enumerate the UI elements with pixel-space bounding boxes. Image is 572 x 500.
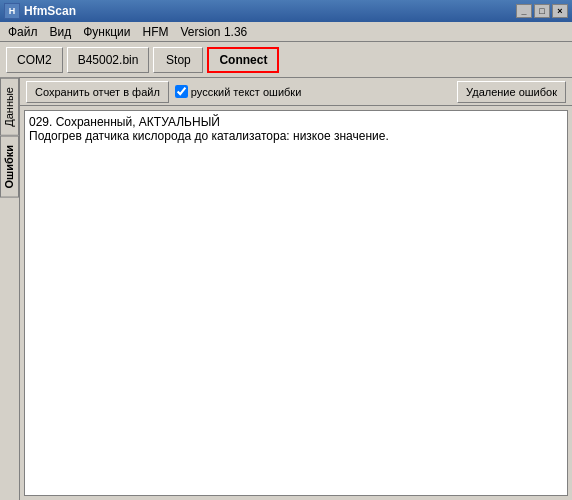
tab-errors[interactable]: Ошибки bbox=[0, 136, 19, 198]
menu-functions[interactable]: Функции bbox=[77, 23, 136, 41]
menu-bar: Файл Вид Функции HFM Version 1.36 bbox=[0, 22, 572, 42]
delete-errors-button[interactable]: Удаление ошибок bbox=[457, 81, 566, 103]
app-icon-letter: H bbox=[9, 6, 16, 16]
content-panel: Сохранить отчет в файл русский текст оши… bbox=[20, 78, 572, 500]
error-code-number: 029. bbox=[29, 115, 52, 129]
save-report-button[interactable]: Сохранить отчет в файл bbox=[26, 81, 169, 103]
menu-hfm[interactable]: HFM bbox=[137, 23, 175, 41]
stop-button[interactable]: Stop bbox=[153, 47, 203, 73]
app-title: HfmScan bbox=[24, 4, 516, 18]
error-entry-0: 029. Сохраненный, АКТУАЛЬНЫЙ Подогрев да… bbox=[29, 115, 563, 143]
error-code-0: 029. Сохраненный, АКТУАЛЬНЫЙ bbox=[29, 115, 563, 129]
menu-file[interactable]: Файл bbox=[2, 23, 44, 41]
side-tabs: Данные Ошибки bbox=[0, 78, 20, 500]
connect-button[interactable]: Connect bbox=[207, 47, 279, 73]
app-icon: H bbox=[4, 3, 20, 19]
tab-data[interactable]: Данные bbox=[0, 78, 19, 136]
russian-text-checkbox-label[interactable]: русский текст ошибки bbox=[175, 85, 301, 98]
toolbar: COM2 B45002.bin Stop Connect bbox=[0, 42, 572, 78]
window-controls: _ □ × bbox=[516, 4, 568, 18]
maximize-button[interactable]: □ bbox=[534, 4, 550, 18]
title-bar: H HfmScan _ □ × bbox=[0, 0, 572, 22]
com2-button[interactable]: COM2 bbox=[6, 47, 63, 73]
menu-version: Version 1.36 bbox=[175, 23, 254, 41]
secondary-toolbar: Сохранить отчет в файл русский текст оши… bbox=[20, 78, 572, 106]
file-button[interactable]: B45002.bin bbox=[67, 47, 150, 73]
error-description-0: Подогрев датчика кислорода до катализато… bbox=[29, 129, 563, 143]
main-area: Данные Ошибки Сохранить отчет в файл рус… bbox=[0, 78, 572, 500]
error-log: 029. Сохраненный, АКТУАЛЬНЫЙ Подогрев да… bbox=[24, 110, 568, 496]
error-status: Сохраненный, АКТУАЛЬНЫЙ bbox=[56, 115, 220, 129]
minimize-button[interactable]: _ bbox=[516, 4, 532, 18]
russian-text-checkbox[interactable] bbox=[175, 85, 188, 98]
menu-view[interactable]: Вид bbox=[44, 23, 78, 41]
russian-text-label: русский текст ошибки bbox=[191, 86, 301, 98]
close-button[interactable]: × bbox=[552, 4, 568, 18]
